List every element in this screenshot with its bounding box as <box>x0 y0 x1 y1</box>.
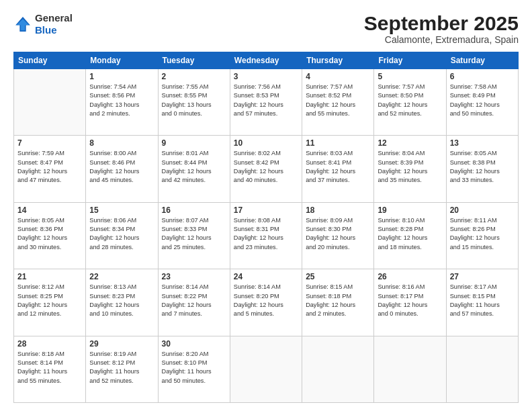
day-number: 26 <box>378 272 442 281</box>
day-info: Sunrise: 7:57 AMSunset: 8:50 PMDaylight:… <box>378 83 442 118</box>
day-number: 10 <box>234 138 298 148</box>
day-number: 22 <box>89 272 154 281</box>
day-number: 24 <box>234 272 298 281</box>
col-sunday: Sunday <box>14 52 86 69</box>
day-number: 4 <box>306 72 370 81</box>
day-number: 20 <box>450 205 515 215</box>
table-cell: 20Sunrise: 8:11 AMSunset: 8:26 PMDayligh… <box>446 202 518 269</box>
day-info: Sunrise: 7:55 AMSunset: 8:55 PMDaylight:… <box>162 83 226 118</box>
day-number: 13 <box>450 138 515 148</box>
table-cell: 9Sunrise: 8:01 AMSunset: 8:44 PMDaylight… <box>158 136 230 202</box>
table-cell: 21Sunrise: 8:12 AMSunset: 8:25 PMDayligh… <box>14 269 86 336</box>
day-info: Sunrise: 8:08 AMSunset: 8:31 PMDaylight:… <box>234 216 298 252</box>
table-cell: 11Sunrise: 8:03 AMSunset: 8:41 PMDayligh… <box>302 136 374 202</box>
table-cell: 27Sunrise: 8:17 AMSunset: 8:15 PMDayligh… <box>446 269 518 336</box>
day-number: 21 <box>17 272 82 281</box>
day-info: Sunrise: 8:13 AMSunset: 8:23 PMDaylight:… <box>89 283 154 318</box>
day-info: Sunrise: 8:15 AMSunset: 8:18 PMDaylight:… <box>306 283 370 318</box>
calendar-table: Sunday Monday Tuesday Wednesday Thursday… <box>13 52 519 403</box>
day-number: 18 <box>306 205 370 215</box>
calendar-row: 14Sunrise: 8:05 AMSunset: 8:36 PMDayligh… <box>14 202 519 269</box>
col-tuesday: Tuesday <box>158 52 230 69</box>
logo-blue: Blue <box>35 24 57 36</box>
day-number: 16 <box>162 205 226 215</box>
day-number: 1 <box>89 72 154 81</box>
table-cell: 25Sunrise: 8:15 AMSunset: 8:18 PMDayligh… <box>302 269 374 336</box>
calendar-row: 28Sunrise: 8:18 AMSunset: 8:14 PMDayligh… <box>14 336 519 402</box>
day-number: 6 <box>450 72 515 81</box>
day-info: Sunrise: 7:59 AMSunset: 8:47 PMDaylight:… <box>17 149 82 185</box>
day-info: Sunrise: 8:03 AMSunset: 8:41 PMDaylight:… <box>306 149 370 185</box>
day-info: Sunrise: 7:54 AMSunset: 8:56 PMDaylight:… <box>89 83 154 118</box>
table-cell: 5Sunrise: 7:57 AMSunset: 8:50 PMDaylight… <box>374 69 446 136</box>
table-cell: 8Sunrise: 8:00 AMSunset: 8:46 PMDaylight… <box>86 136 158 202</box>
day-info: Sunrise: 8:05 AMSunset: 8:36 PMDaylight:… <box>17 216 82 252</box>
day-info: Sunrise: 7:58 AMSunset: 8:49 PMDaylight:… <box>450 83 515 118</box>
table-cell <box>302 336 374 402</box>
day-info: Sunrise: 8:05 AMSunset: 8:38 PMDaylight:… <box>450 149 515 185</box>
day-number: 7 <box>17 138 82 148</box>
day-number: 3 <box>234 72 298 81</box>
table-cell: 14Sunrise: 8:05 AMSunset: 8:36 PMDayligh… <box>14 202 86 269</box>
calendar-row: 7Sunrise: 7:59 AMSunset: 8:47 PMDaylight… <box>14 136 519 202</box>
table-cell: 26Sunrise: 8:16 AMSunset: 8:17 PMDayligh… <box>374 269 446 336</box>
day-number: 5 <box>378 72 442 81</box>
day-info: Sunrise: 8:16 AMSunset: 8:17 PMDaylight:… <box>378 283 442 318</box>
table-cell: 6Sunrise: 7:58 AMSunset: 8:49 PMDaylight… <box>446 69 518 136</box>
table-cell: 2Sunrise: 7:55 AMSunset: 8:55 PMDaylight… <box>158 69 230 136</box>
day-info: Sunrise: 8:00 AMSunset: 8:46 PMDaylight:… <box>89 149 154 185</box>
day-info: Sunrise: 8:17 AMSunset: 8:15 PMDaylight:… <box>450 283 515 318</box>
day-number: 28 <box>17 339 82 349</box>
table-cell: 15Sunrise: 8:06 AMSunset: 8:34 PMDayligh… <box>86 202 158 269</box>
day-number: 2 <box>162 72 226 81</box>
table-cell: 1Sunrise: 7:54 AMSunset: 8:56 PMDaylight… <box>86 69 158 136</box>
table-cell: 12Sunrise: 8:04 AMSunset: 8:39 PMDayligh… <box>374 136 446 202</box>
table-cell: 29Sunrise: 8:19 AMSunset: 8:12 PMDayligh… <box>86 336 158 402</box>
table-cell: 16Sunrise: 8:07 AMSunset: 8:33 PMDayligh… <box>158 202 230 269</box>
day-number: 27 <box>450 272 515 281</box>
col-friday: Friday <box>374 52 446 69</box>
table-cell: 3Sunrise: 7:56 AMSunset: 8:53 PMDaylight… <box>230 69 302 136</box>
table-cell: 19Sunrise: 8:10 AMSunset: 8:28 PMDayligh… <box>374 202 446 269</box>
table-cell: 24Sunrise: 8:14 AMSunset: 8:20 PMDayligh… <box>230 269 302 336</box>
day-info: Sunrise: 8:14 AMSunset: 8:20 PMDaylight:… <box>234 283 298 318</box>
day-number: 19 <box>378 205 442 215</box>
svg-marker-1 <box>17 19 30 30</box>
col-wednesday: Wednesday <box>230 52 302 69</box>
day-info: Sunrise: 8:19 AMSunset: 8:12 PMDaylight:… <box>89 350 154 385</box>
table-cell: 30Sunrise: 8:20 AMSunset: 8:10 PMDayligh… <box>158 336 230 402</box>
table-cell <box>230 336 302 402</box>
table-cell <box>446 336 518 402</box>
day-info: Sunrise: 8:04 AMSunset: 8:39 PMDaylight:… <box>378 149 442 185</box>
day-number: 15 <box>89 205 154 215</box>
logo: General Blue <box>13 12 73 36</box>
table-cell: 18Sunrise: 8:09 AMSunset: 8:30 PMDayligh… <box>302 202 374 269</box>
day-number: 25 <box>306 272 370 281</box>
table-cell: 7Sunrise: 7:59 AMSunset: 8:47 PMDaylight… <box>14 136 86 202</box>
day-info: Sunrise: 8:01 AMSunset: 8:44 PMDaylight:… <box>162 149 226 185</box>
logo-general: General <box>35 12 73 24</box>
table-cell <box>14 69 86 136</box>
day-info: Sunrise: 8:14 AMSunset: 8:22 PMDaylight:… <box>162 283 226 318</box>
table-cell: 28Sunrise: 8:18 AMSunset: 8:14 PMDayligh… <box>14 336 86 402</box>
day-info: Sunrise: 8:11 AMSunset: 8:26 PMDaylight:… <box>450 216 515 252</box>
day-info: Sunrise: 8:18 AMSunset: 8:14 PMDaylight:… <box>17 350 82 385</box>
table-cell: 4Sunrise: 7:57 AMSunset: 8:52 PMDaylight… <box>302 69 374 136</box>
day-number: 30 <box>162 339 226 349</box>
day-number: 17 <box>234 205 298 215</box>
table-cell: 10Sunrise: 8:02 AMSunset: 8:42 PMDayligh… <box>230 136 302 202</box>
day-number: 12 <box>378 138 442 148</box>
table-cell: 23Sunrise: 8:14 AMSunset: 8:22 PMDayligh… <box>158 269 230 336</box>
day-info: Sunrise: 7:57 AMSunset: 8:52 PMDaylight:… <box>306 83 370 118</box>
day-info: Sunrise: 8:07 AMSunset: 8:33 PMDaylight:… <box>162 216 226 252</box>
table-cell: 17Sunrise: 8:08 AMSunset: 8:31 PMDayligh… <box>230 202 302 269</box>
header: General Blue September 2025 Calamonte, E… <box>13 12 519 45</box>
month-title: September 2025 <box>364 12 519 34</box>
day-info: Sunrise: 8:20 AMSunset: 8:10 PMDaylight:… <box>162 350 226 385</box>
day-info: Sunrise: 8:10 AMSunset: 8:28 PMDaylight:… <box>378 216 442 252</box>
day-number: 9 <box>162 138 226 148</box>
day-info: Sunrise: 8:02 AMSunset: 8:42 PMDaylight:… <box>234 149 298 185</box>
day-number: 23 <box>162 272 226 281</box>
col-monday: Monday <box>86 52 158 69</box>
day-number: 11 <box>306 138 370 148</box>
